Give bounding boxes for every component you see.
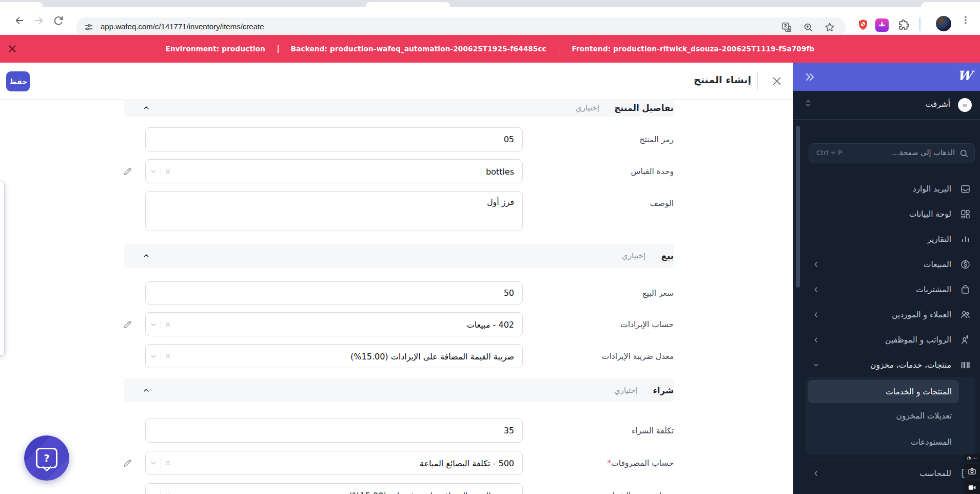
pink-extension-icon[interactable]: [875, 18, 889, 32]
translate-icon[interactable]: [781, 22, 792, 33]
sidebar-item-inbox[interactable]: البريد الوارد: [793, 179, 980, 199]
toolbar-divider: [919, 17, 920, 31]
field-label: معدل ضريبة الشراء: [609, 491, 674, 494]
screen: app.wafeq.com/c/141771/inventory/items/c…: [0, 0, 980, 494]
camera-icon[interactable]: [964, 464, 980, 479]
section-optional-badge: إختياري: [614, 386, 638, 395]
field-row-description: الوصف فرز أول: [124, 191, 674, 231]
clear-x-icon[interactable]: [165, 168, 171, 175]
field-label: الوصف: [650, 199, 674, 208]
combobox-value: 402 - مبيعات: [467, 319, 514, 329]
sidebar-item-warehouses[interactable]: المستودعات: [808, 433, 959, 451]
sidebar-header-band: W: [793, 63, 980, 91]
video-camera-icon[interactable]: [964, 481, 980, 494]
clear-x-icon[interactable]: [165, 321, 171, 328]
sidebar-item-dashboard[interactable]: لوحة البيانات: [793, 204, 980, 224]
combobox-value: ضريبة القيمة المضافة على مشتريات (15.00%…: [349, 490, 514, 494]
collapse-chevron-icon[interactable]: [142, 104, 150, 112]
clear-x-icon[interactable]: [165, 353, 171, 359]
field-label: وحدة القياس: [631, 167, 674, 176]
collapse-sidebar-icon[interactable]: [803, 71, 816, 83]
frontend-label: Frontend: production-ritwick_dsouza-2006…: [572, 45, 814, 53]
site-info-icon[interactable]: [83, 22, 94, 33]
backend-label: Backend: production-wafeq_automation-200…: [291, 45, 546, 53]
section-optional-badge: إختياري: [576, 103, 599, 112]
edge-floating-panel[interactable]: [0, 181, 5, 356]
browser-tab[interactable]: [365, 2, 450, 7]
payroll-icon: [960, 335, 971, 346]
url-text[interactable]: app.wafeq.com/c/141771/inventory/items/c…: [101, 22, 264, 31]
combobox-divider: [161, 458, 161, 469]
product-code-input[interactable]: [145, 127, 523, 151]
section-buy: شراء إختياري: [124, 378, 674, 402]
extensions-puzzle-icon[interactable]: [897, 18, 910, 32]
header-divider: [757, 72, 758, 90]
banner-close-icon[interactable]: [7, 43, 18, 54]
products-submenu: المنتجات و الخدمات تعديلات المخزون المست…: [806, 377, 975, 455]
modal-header: حفظ إنشاء المنتج: [0, 63, 793, 100]
expense-account-combobox[interactable]: 500 - تكلفة البضائع المباعة: [145, 451, 523, 475]
edit-pencil-icon[interactable]: [123, 319, 132, 329]
field-label: رمز المنتج: [639, 135, 674, 144]
sidebar-item-sales[interactable]: المبيعات: [793, 254, 980, 275]
sidebar-item-products-inventory[interactable]: منتجات، خدمات، مخزون: [793, 355, 980, 375]
sidebar-item-purchases[interactable]: المشتريات: [793, 279, 980, 300]
zoom-icon[interactable]: [802, 22, 814, 33]
back-icon[interactable]: [14, 15, 25, 26]
close-icon[interactable]: [771, 75, 782, 87]
capture-menu-icon[interactable]: ◔ ⋯: [964, 454, 980, 462]
unit-combobox[interactable]: bottles: [145, 159, 523, 183]
sidebar-item-reports[interactable]: التقارير: [793, 229, 980, 250]
bookmark-star-icon[interactable]: [824, 22, 835, 33]
clients-suppliers-icon: [960, 310, 971, 320]
browser-tab[interactable]: [921, 2, 980, 7]
adblock-shield-icon[interactable]: [857, 18, 869, 32]
revenue-tax-combobox[interactable]: ضريبة القيمة المضافة على الإيرادات (15.0…: [145, 344, 523, 368]
required-asterisk: *: [607, 459, 611, 468]
sidebar-item-payroll[interactable]: الرواتب و الموظفين: [793, 330, 980, 350]
chevron-down-icon[interactable]: [149, 352, 158, 360]
edit-pencil-icon[interactable]: [123, 458, 132, 468]
help-button[interactable]: ?: [24, 435, 69, 481]
sidebar-item-clients-suppliers[interactable]: العملاء و الموردين: [793, 305, 980, 325]
clear-x-icon[interactable]: [165, 460, 171, 466]
field-row-purchase-tax: معدل ضريبة الشراء ضريبة القيمة المضافة ع…: [124, 483, 674, 494]
section-title: تفاصيل المنتج: [614, 103, 674, 113]
forward-icon[interactable]: [33, 15, 45, 26]
chevron-down-icon[interactable]: [149, 491, 158, 494]
browser-tab[interactable]: [0, 2, 43, 7]
revenue-account-combobox[interactable]: 402 - مبيعات: [145, 312, 523, 336]
collapse-chevron-icon[interactable]: [142, 252, 150, 260]
sidebar-item-inventory-adjustments[interactable]: تعديلات المخزون: [808, 407, 959, 425]
banner-separator: [278, 45, 279, 53]
description-textarea[interactable]: فرز أول: [145, 191, 523, 231]
search-shortcut: Ctrl + P: [816, 149, 842, 157]
chevron-down-icon[interactable]: [149, 459, 158, 467]
profile-avatar[interactable]: [936, 16, 951, 31]
edit-pencil-icon[interactable]: [123, 166, 132, 176]
purchase-tax-combobox[interactable]: ضريبة القيمة المضافة على مشتريات (15.00%…: [145, 483, 523, 494]
sidebar-item-products-services[interactable]: المنتجات و الخدمات: [808, 380, 959, 403]
sidebar-item-accountant[interactable]: للمحاسب: [793, 463, 980, 484]
browser-menu-icon[interactable]: [961, 15, 971, 28]
sell-price-input[interactable]: [145, 281, 523, 305]
reload-icon[interactable]: [53, 15, 64, 26]
chevron-down-icon[interactable]: [149, 167, 158, 176]
combobox-value: 500 - تكلفة البضائع المباعة: [420, 458, 514, 468]
combobox-divider: [161, 351, 161, 362]
page-title: إنشاء المنتج: [694, 74, 751, 85]
product-form: تفاصيل المنتج إختياري رمز المنتج وحدة ال…: [0, 99, 793, 494]
clear-x-icon[interactable]: [165, 492, 171, 494]
account-switcher[interactable]: w أشرقت: [793, 91, 980, 120]
save-button[interactable]: حفظ: [6, 71, 30, 91]
field-row-unit: وحدة القياس bottles: [124, 159, 674, 183]
url-bar[interactable]: app.wafeq.com/c/141771/inventory/items/c…: [76, 17, 846, 37]
chevron-down-icon[interactable]: [149, 320, 158, 329]
sidebar-divider: [806, 461, 975, 461]
goto-page-search[interactable]: الذهاب إلى صفحة... Ctrl + P: [809, 143, 975, 163]
purchases-icon: [960, 284, 971, 295]
products-barcode-icon: [960, 360, 971, 371]
purchase-cost-input[interactable]: [145, 419, 523, 443]
section-title: بيع: [661, 251, 674, 261]
collapse-chevron-icon[interactable]: [142, 386, 150, 394]
